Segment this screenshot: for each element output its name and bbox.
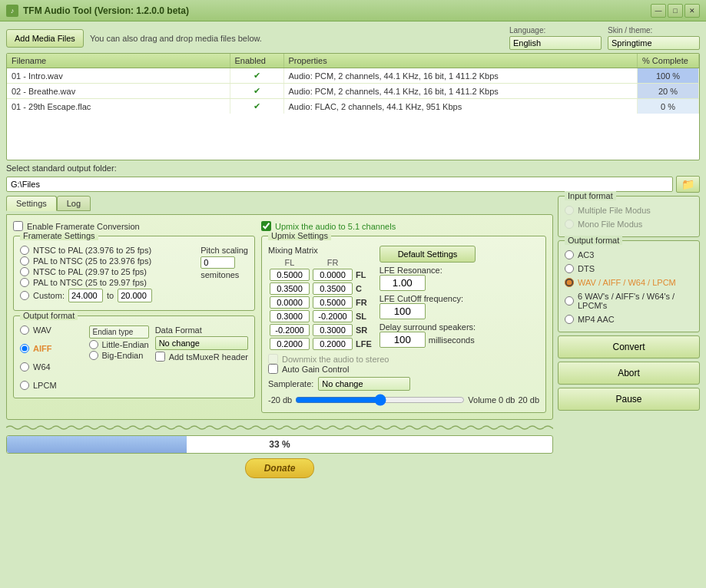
matrix-fr-input[interactable] [313,296,353,309]
output-folder-input[interactable] [6,177,673,192]
matrix-fl-input[interactable] [270,269,310,281]
format-6wav-radio[interactable] [565,296,574,306]
matrix-row-label: LFE [354,337,373,351]
format-wav-lpcm-radio[interactable] [565,278,574,287]
format-aiff-radio[interactable] [20,344,29,353]
matrix-fl-input[interactable] [270,310,310,322]
lfe-resonance-input[interactable] [380,275,426,291]
custom-to-input[interactable] [118,289,152,302]
matrix-fl-input[interactable] [270,296,310,309]
mono-file-radio[interactable] [565,220,574,229]
format-lpcm-radio[interactable] [20,381,29,390]
matrix-row-label: SL [354,309,373,323]
samplerate-row: Samplerate: No change [268,377,539,391]
little-endian-radio[interactable] [89,340,98,349]
matrix-fl-input[interactable] [270,282,310,295]
matrix-row-label: FR [354,296,373,309]
skin-select[interactable]: Springtime [608,36,700,50]
format-mp4aac: MP4 AAC [565,315,693,324]
samplerate-select[interactable]: No change [318,377,410,391]
data-format-label: Data Format [155,325,248,335]
add-media-button[interactable]: Add Media Files [6,29,84,48]
abort-button[interactable]: Abort [558,362,700,385]
enable-framerate-checkbox[interactable] [13,221,23,231]
framerate-group-content: NTSC to PAL (23.976 to 25 fps) PAL to NT… [14,236,254,310]
pitch-input[interactable] [201,256,235,269]
lfe-cutoff-label: LFE CutOff frequency: [380,294,476,303]
auto-gain-checkbox[interactable] [268,364,278,374]
enable-framerate-row: Enable Framerate Conversion [13,221,255,231]
upmix-group: Upmix Settings Mixing Matrix FL [261,236,546,413]
format-wav-radio[interactable] [20,325,29,335]
left-settings-column: Enable Framerate Conversion Framerate Se… [13,221,255,413]
convert-button[interactable]: Convert [558,335,700,358]
tsmuxer-checkbox[interactable] [155,352,165,362]
delay-surround-section: Delay surround speakers: milliseconds [380,322,476,348]
samplerate-label: Samplerate: [268,379,313,388]
framerate-options: NTSC to PAL (23.976 to 25 fps) PAL to NT… [20,246,194,304]
format-options-row: WAV AIFF W64 [20,325,83,391]
matrix-fr-input[interactable] [313,338,353,350]
cell-pct: 20 % [638,84,699,99]
matrix-fl-input[interactable] [270,324,310,336]
language-section: Language: English [509,26,602,50]
custom-from-input[interactable] [68,289,103,302]
framerate-radio-2[interactable] [20,267,29,276]
format-dts-radio[interactable] [565,264,574,273]
left-panel: Settings Log Enable Framerate Conversion… [6,196,553,480]
format-lpcm: LPCM [20,381,57,390]
tab-log[interactable]: Log [57,196,91,211]
drag-drop-hint: You can also drag and drop media files b… [90,34,503,43]
format-mp4aac-radio[interactable] [565,315,574,324]
framerate-radio-3[interactable] [20,278,29,287]
framerate-radio-custom[interactable] [20,291,29,300]
matrix-section: Mixing Matrix FL FR [268,246,373,351]
framerate-option-0: NTSC to PAL (23.976 to 25 fps) [20,246,194,255]
big-endian-radio[interactable] [89,351,98,360]
cell-pct: 100 % [638,68,699,84]
maximize-button[interactable]: □ [668,4,683,18]
multiple-file-option: Multiple File Modus [565,206,693,215]
lfe-cutoff-input[interactable] [380,303,426,319]
volume-max-label: 20 db [518,395,539,405]
volume-slider[interactable] [295,394,465,406]
matrix-fr-input[interactable] [313,282,353,295]
file-table-container: Filename Enabled Properties % Complete 0… [6,53,700,160]
minimize-button[interactable]: — [651,4,666,18]
pitch-label: Pitch scaling [201,246,248,255]
matrix-fr-input[interactable] [313,324,353,336]
framerate-group-title: Framerate Settings [20,231,98,240]
window-controls[interactable]: — □ ✕ [651,4,700,18]
format-ac3-radio[interactable] [565,250,574,259]
upmix-label: Upmix the audio to 5.1 channels [275,222,396,231]
delay-surround-input[interactable] [380,332,426,348]
output-folder-label: Select standard output folder: [6,164,117,173]
upmix-checkbox[interactable] [261,221,271,231]
close-button[interactable]: ✕ [684,4,700,18]
multiple-file-radio[interactable] [565,206,574,215]
output-format-group: Output format WAV [13,315,255,398]
default-settings-button[interactable]: Default Settings [380,246,476,263]
wavy-separator [6,424,553,431]
matrix-col-fl: FL [268,257,311,268]
data-format-select[interactable]: No change [155,336,248,350]
skin-section: Skin / theme: Springtime [608,26,700,50]
framerate-radio-0[interactable] [20,246,29,255]
cell-pct: 0 % [638,99,699,114]
language-select[interactable]: English [509,36,602,50]
framerate-radio-1[interactable] [20,256,29,266]
folder-browse-button[interactable]: 📁 [676,176,700,193]
framerate-option-1: PAL to NTSC (25 to 23.976 fps) [20,256,194,266]
tab-settings[interactable]: Settings [6,196,57,211]
output-format-right-title: Output format [565,236,622,245]
output-folder-row: Select standard output folder: [6,164,700,173]
donate-button[interactable]: Donate [245,458,315,478]
framerate-option-2: NTSC to PAL (29.97 to 25 fps) [20,267,194,276]
matrix-fl-input[interactable] [270,338,310,350]
downmix-checkbox[interactable] [268,354,278,364]
matrix-fr-input[interactable] [313,310,353,322]
format-w64-radio[interactable] [20,362,29,372]
matrix-fr-input[interactable] [313,269,353,281]
pause-button[interactable]: Pause [558,388,700,411]
tsmuxer-label: Add tsMuxeR header [169,352,248,362]
